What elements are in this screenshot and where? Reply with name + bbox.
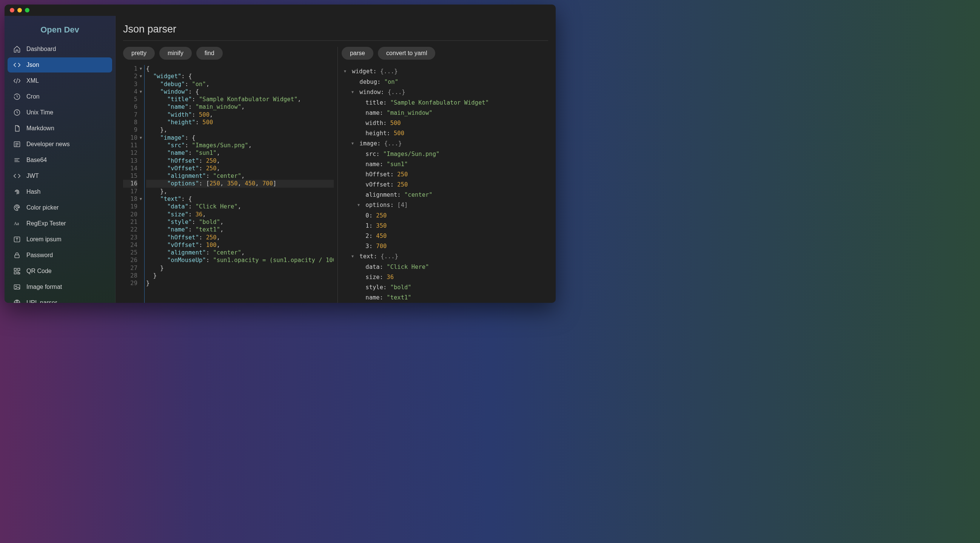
fold-toggle-icon[interactable]: ▼ <box>140 88 142 96</box>
code-line[interactable]: "onMouseUp": "sun1.opacity = (sun1.opaci… <box>146 256 334 264</box>
tree-node[interactable]: data: "Click Here" <box>342 262 548 272</box>
sidebar-item-label: Password <box>26 252 53 259</box>
sidebar-item-password[interactable]: Password <box>8 248 112 263</box>
caret-down-icon[interactable]: ▼ <box>358 200 362 210</box>
tree-node[interactable]: name: "text1" <box>342 293 548 303</box>
svg-rect-10 <box>14 272 17 274</box>
sidebar-item-hash[interactable]: Hash <box>8 184 112 199</box>
tree-node[interactable]: 1: 350 <box>342 221 548 231</box>
code-line[interactable]: "size": 36, <box>146 211 334 218</box>
code-line[interactable]: } <box>146 272 334 279</box>
sidebar-item-label: Color picker <box>26 204 59 211</box>
json-tree[interactable]: ▼ widget: {...} debug: "on"▼ window: {..… <box>342 65 548 303</box>
app-window: Open Dev DashboardJsonXMLCronUnix TimeMa… <box>5 5 556 303</box>
window-maximize-button[interactable] <box>25 8 29 13</box>
caret-down-icon[interactable]: ▼ <box>352 251 356 261</box>
code-line[interactable]: "hOffset": 250, <box>146 157 334 165</box>
tree-node[interactable]: ▼ widget: {...} <box>342 67 548 77</box>
tree-node[interactable]: ▼ window: {...} <box>342 87 548 98</box>
tree-node[interactable]: name: "sun1" <box>342 159 548 170</box>
code-line[interactable]: "hOffset": 250, <box>146 234 334 241</box>
tree-node[interactable]: ▼ image: {...} <box>342 139 548 149</box>
fold-toggle-icon[interactable]: ▼ <box>140 195 142 203</box>
pretty-button[interactable]: pretty <box>123 47 155 60</box>
tree-node[interactable]: height: 500 <box>342 128 548 139</box>
tree-node[interactable]: 2: 450 <box>342 231 548 241</box>
tree-node[interactable]: debug: "on" <box>342 77 548 87</box>
tree-node[interactable]: name: "main_window" <box>342 108 548 118</box>
code-line[interactable]: "height": 500 <box>146 119 334 126</box>
code-line[interactable]: }, <box>146 188 334 195</box>
code-line[interactable]: "vOffset": 250, <box>146 165 334 172</box>
sidebar-item-developer-news[interactable]: Developer news <box>8 137 112 152</box>
tree-node[interactable]: ▼ text: {...} <box>342 252 548 262</box>
code-line[interactable]: "text": { <box>146 195 334 203</box>
code-line[interactable]: "name": "sun1", <box>146 149 334 157</box>
sidebar-item-label: Hash <box>26 188 40 195</box>
code-line[interactable]: "name": "text1", <box>146 226 334 233</box>
code-line[interactable]: "image": { <box>146 134 334 142</box>
tree-node[interactable]: src: "Images/Sun.png" <box>342 149 548 159</box>
code-line[interactable]: "name": "main_window", <box>146 103 334 111</box>
code-line[interactable]: "width": 500, <box>146 111 334 119</box>
sidebar-item-dashboard[interactable]: Dashboard <box>8 41 112 57</box>
svg-rect-9 <box>18 269 20 271</box>
convert-yaml-button[interactable]: convert to yaml <box>378 47 435 60</box>
code-line[interactable]: { <box>146 65 334 73</box>
caret-down-icon[interactable]: ▼ <box>352 138 356 148</box>
sidebar-item-json[interactable]: Json <box>8 57 112 73</box>
tree-node[interactable]: alignment: "center" <box>342 190 548 200</box>
tree-node[interactable]: hOffset: 250 <box>342 170 548 180</box>
code-line[interactable]: "data": "Click Here", <box>146 203 334 210</box>
sidebar-item-cron[interactable]: Cron <box>8 89 112 104</box>
fold-toggle-icon[interactable]: ▼ <box>140 73 142 80</box>
tree-node[interactable]: ▼ options: [4] <box>342 200 548 211</box>
code-line[interactable]: "src": "Images/Sun.png", <box>146 142 334 149</box>
tree-node[interactable]: width: 500 <box>342 118 548 128</box>
sidebar-item-jwt[interactable]: JWT <box>8 169 112 183</box>
json-editor[interactable]: 1▼2▼34▼5678910▼1112131415161718▼19202122… <box>123 65 334 303</box>
code-line[interactable]: } <box>146 264 334 272</box>
tree-node[interactable]: 3: 700 <box>342 241 548 252</box>
sidebar-item-qr-code[interactable]: QR Code <box>8 264 112 279</box>
fold-toggle-icon[interactable]: ▼ <box>140 134 142 142</box>
caret-down-icon[interactable]: ▼ <box>352 87 356 97</box>
sidebar-item-url-parser[interactable]: URL parser <box>8 295 112 303</box>
code-line[interactable]: "options": [250, 350, 450, 700] <box>146 180 334 187</box>
sidebar-item-base64[interactable]: Base64 <box>8 153 112 168</box>
code-line[interactable]: "title": "Sample Konfabulator Widget", <box>146 96 334 103</box>
window-minimize-button[interactable] <box>18 8 22 13</box>
find-button[interactable]: find <box>196 47 223 60</box>
svg-rect-8 <box>14 269 17 271</box>
code-line[interactable]: "vOffset": 100, <box>146 241 334 249</box>
tree-node[interactable]: style: "bold" <box>342 282 548 293</box>
code-line[interactable]: "alignment": "center", <box>146 172 334 180</box>
caret-down-icon[interactable]: ▼ <box>344 66 348 76</box>
sidebar-item-xml[interactable]: XML <box>8 73 112 88</box>
minify-button[interactable]: minify <box>159 47 192 60</box>
sidebar-item-unix-time[interactable]: Unix Time <box>8 105 112 120</box>
tree-node[interactable]: title: "Sample Konfabulator Widget" <box>342 98 548 108</box>
sidebar: Open Dev DashboardJsonXMLCronUnix TimeMa… <box>5 16 116 303</box>
code-line[interactable]: "window": { <box>146 88 334 96</box>
parse-button[interactable]: parse <box>342 47 373 60</box>
window-close-button[interactable] <box>10 8 14 13</box>
fold-toggle-icon[interactable]: ▼ <box>140 65 142 73</box>
sidebar-item-regexp-tester[interactable]: AaRegExp Tester <box>8 216 112 231</box>
code-line[interactable]: "debug": "on", <box>146 80 334 88</box>
tree-node[interactable]: 0: 250 <box>342 211 548 221</box>
sidebar-item-label: Developer news <box>26 141 70 148</box>
code-line[interactable]: } <box>146 279 334 287</box>
tree-node[interactable]: size: 36 <box>342 272 548 282</box>
sidebar-item-color-picker[interactable]: Color picker <box>8 200 112 215</box>
code-line[interactable]: "alignment": "center", <box>146 249 334 256</box>
code-line[interactable]: "widget": { <box>146 73 334 80</box>
sidebar-item-lorem-ipsum[interactable]: Lorem ipsum <box>8 232 112 247</box>
sidebar-item-image-format[interactable]: Image format <box>8 279 112 295</box>
sidebar-item-markdown[interactable]: Markdown <box>8 121 112 136</box>
clock-icon <box>13 108 21 117</box>
code-line[interactable]: }, <box>146 126 334 134</box>
sidebar-item-label: XML <box>26 77 39 84</box>
tree-node[interactable]: vOffset: 250 <box>342 180 548 190</box>
code-line[interactable]: "style": "bold", <box>146 218 334 226</box>
